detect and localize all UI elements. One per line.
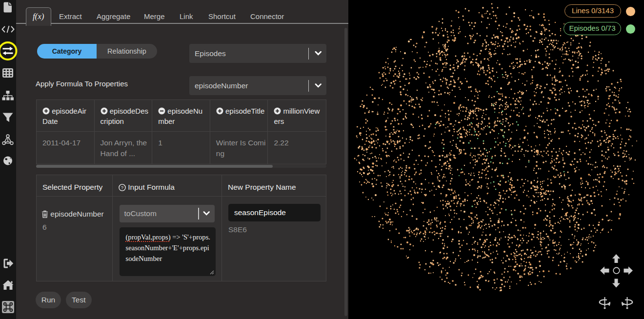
svg-text:?: ?: [121, 185, 123, 190]
